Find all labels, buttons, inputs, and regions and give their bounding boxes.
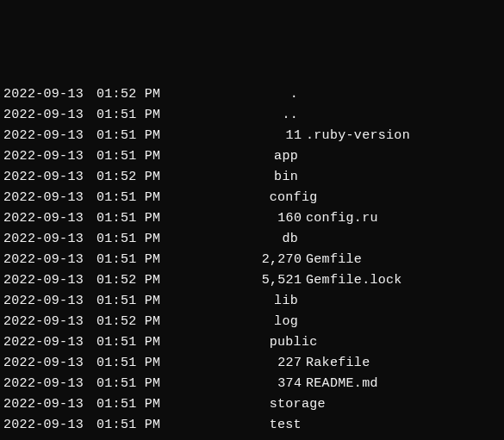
listing-row: 2022-09-1301:51 PM test bbox=[3, 415, 501, 436]
entry-time: 01:51 PM bbox=[96, 436, 159, 440]
entry-name: storage bbox=[270, 394, 326, 415]
listing-row: 2022-09-1301:52 PM log bbox=[3, 312, 501, 332]
listing-row: 2022-09-1301:51 PM 374README.md bbox=[3, 374, 501, 394]
entry-date: 2022-09-13 bbox=[3, 353, 81, 374]
entry-date: 2022-09-13 bbox=[3, 167, 81, 188]
listing-row: 2022-09-1301:51 PM .. bbox=[3, 105, 501, 126]
entry-name: Gemfile bbox=[306, 250, 362, 270]
entry-dirsize: app bbox=[190, 146, 298, 167]
entry-name: .ruby-version bbox=[306, 126, 410, 146]
entry-name: config bbox=[270, 188, 318, 208]
entry-date: 2022-09-13 bbox=[3, 332, 81, 353]
entry-dirsize: . bbox=[190, 84, 298, 105]
entry-time: 01:51 PM bbox=[96, 332, 159, 353]
entry-dirsize: public bbox=[190, 332, 298, 353]
entry-time: 01:51 PM bbox=[96, 229, 159, 250]
entry-name: db bbox=[282, 229, 298, 250]
entry-date: 2022-09-13 bbox=[3, 146, 81, 167]
entry-date: 2022-09-13 bbox=[3, 250, 81, 270]
entry-dirsize: test bbox=[190, 415, 298, 436]
entry-time: 01:51 PM bbox=[96, 374, 159, 394]
entry-dirsize: storage bbox=[190, 394, 298, 415]
listing-row: 2022-09-1301:51 PM 227Rakefile bbox=[3, 353, 501, 374]
listing-row: 2022-09-1301:51 PM config bbox=[3, 188, 501, 208]
entry-name: README.md bbox=[306, 374, 378, 394]
entry-name: public bbox=[270, 332, 318, 353]
entry-dirsize: db bbox=[190, 229, 298, 250]
listing-row: 2022-09-1301:52 PM 5,521Gemfile.lock bbox=[3, 270, 501, 291]
entry-dirsize: config bbox=[190, 188, 298, 208]
entry-time: 01:52 PM bbox=[96, 270, 159, 291]
entry-date: 2022-09-13 bbox=[3, 208, 81, 229]
entry-name: . bbox=[290, 84, 298, 105]
listing-row: 2022-09-1301:52 PM . bbox=[3, 84, 501, 105]
entry-dirsize: 5,521 bbox=[190, 270, 298, 291]
entry-dirsize: 227 bbox=[190, 353, 298, 374]
entry-date: 2022-09-13 bbox=[3, 312, 81, 332]
entry-time: 01:52 PM bbox=[96, 84, 159, 105]
entry-date: 2022-09-13 bbox=[3, 270, 81, 291]
entry-name: Rakefile bbox=[306, 353, 370, 374]
entry-dirsize: tmp bbox=[190, 436, 298, 440]
entry-dirsize: 11 bbox=[190, 126, 298, 146]
listing-row: 2022-09-1301:51 PM 160config.ru bbox=[3, 208, 501, 229]
entry-date: 2022-09-13 bbox=[3, 188, 81, 208]
listing-row: 2022-09-1301:51 PM app bbox=[3, 146, 501, 167]
entry-dirsize: lib bbox=[190, 291, 298, 312]
entry-time: 01:51 PM bbox=[96, 146, 159, 167]
entry-date: 2022-09-13 bbox=[3, 291, 81, 312]
entry-date: 2022-09-13 bbox=[3, 105, 81, 126]
entry-date: 2022-09-13 bbox=[3, 436, 81, 440]
entry-name: lib bbox=[274, 291, 298, 312]
entry-time: 01:51 PM bbox=[96, 188, 159, 208]
entry-time: 01:51 PM bbox=[96, 353, 159, 374]
directory-listing: 2022-09-1301:52 PM .2022-09-1301:51 PM .… bbox=[3, 84, 501, 440]
entry-name: config.ru bbox=[306, 208, 378, 229]
entry-time: 01:51 PM bbox=[96, 126, 159, 146]
entry-time: 01:51 PM bbox=[96, 394, 159, 415]
entry-dirsize: 2,270 bbox=[190, 250, 298, 270]
entry-date: 2022-09-13 bbox=[3, 415, 81, 436]
entry-dirsize: bin bbox=[190, 167, 298, 188]
listing-row: 2022-09-1301:51 PM 11.ruby-version bbox=[3, 126, 501, 146]
entry-dirsize: .. bbox=[190, 105, 298, 126]
entry-name: app bbox=[274, 146, 298, 167]
entry-name: log bbox=[274, 312, 298, 332]
entry-time: 01:51 PM bbox=[96, 291, 159, 312]
listing-row: 2022-09-1301:52 PM bin bbox=[3, 167, 501, 188]
entry-time: 01:52 PM bbox=[96, 167, 159, 188]
entry-name: tmp bbox=[274, 436, 298, 440]
entry-name: .. bbox=[282, 105, 298, 126]
entry-time: 01:51 PM bbox=[96, 105, 159, 126]
entry-time: 01:51 PM bbox=[96, 250, 159, 270]
entry-dirsize: 374 bbox=[190, 374, 298, 394]
entry-date: 2022-09-13 bbox=[3, 229, 81, 250]
entry-name: bin bbox=[274, 167, 298, 188]
entry-date: 2022-09-13 bbox=[3, 84, 81, 105]
entry-date: 2022-09-13 bbox=[3, 374, 81, 394]
entry-dirsize: log bbox=[190, 312, 298, 332]
entry-date: 2022-09-13 bbox=[3, 394, 81, 415]
entry-name: test bbox=[270, 415, 302, 436]
entry-time: 01:51 PM bbox=[96, 415, 159, 436]
listing-row: 2022-09-1301:51 PM public bbox=[3, 332, 501, 353]
entry-time: 01:52 PM bbox=[96, 312, 159, 332]
entry-date: 2022-09-13 bbox=[3, 126, 81, 146]
listing-row: 2022-09-1301:51 PM 2,270Gemfile bbox=[3, 250, 501, 270]
entry-name: Gemfile.lock bbox=[306, 270, 402, 291]
entry-time: 01:51 PM bbox=[96, 208, 159, 229]
listing-row: 2022-09-1301:51 PM storage bbox=[3, 394, 501, 415]
listing-row: 2022-09-1301:51 PM lib bbox=[3, 291, 501, 312]
listing-row: 2022-09-1301:51 PM db bbox=[3, 229, 501, 250]
listing-row: 2022-09-1301:51 PM tmp bbox=[3, 436, 501, 440]
entry-dirsize: 160 bbox=[190, 208, 298, 229]
